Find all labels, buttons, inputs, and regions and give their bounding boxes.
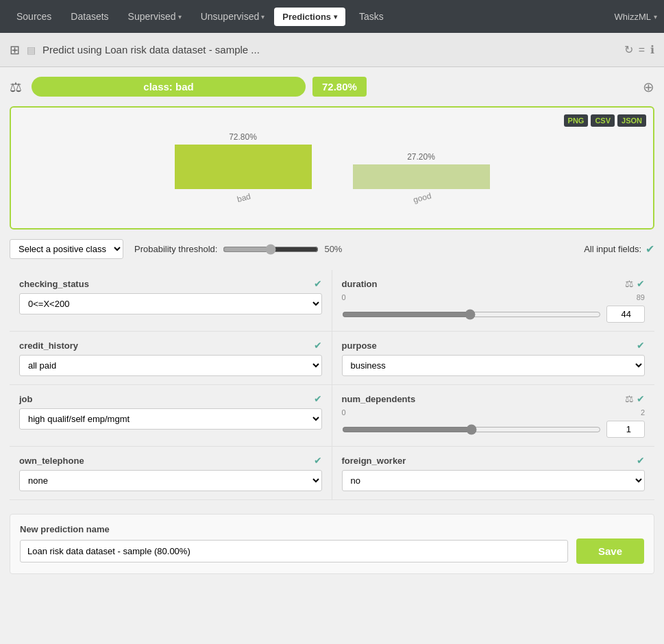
refresh-icon[interactable]: ↻ [624,43,633,56]
threshold-value: 50% [324,244,342,254]
duration-min-max: 0 89 [342,293,645,301]
purpose-header: purpose ✔ [342,340,645,351]
top-navigation: Sources Datasets Supervised▾ Unsupervise… [0,0,664,33]
purpose-check-icon[interactable]: ✔ [637,340,645,351]
duration-number-input[interactable] [606,306,645,323]
probability-threshold-label: Probability threshold: [134,244,217,254]
duration-balance-icon[interactable]: ⚖ [625,278,634,289]
num-dependents-slider[interactable] [342,424,602,435]
nav-datasets[interactable]: Datasets [61,11,118,22]
purpose-icons: ✔ [637,340,645,351]
page-title: Predict using Loan risk data dataset - s… [42,44,624,55]
job-header: job ✔ [19,393,322,404]
doc-icon: ▤ [27,45,36,55]
bar-bad: 72.80% bad [175,132,312,203]
foreign-worker-check-icon[interactable]: ✔ [637,455,645,466]
nav-whizzml[interactable]: WhizzML ▾ [615,12,657,22]
duration-icons: ⚖ ✔ [625,278,645,289]
info-icon[interactable]: ℹ [650,43,654,56]
own-telephone-label: own_telephone [19,456,84,466]
foreign-worker-label: foreign_worker [342,456,406,466]
duration-slider[interactable] [342,309,602,320]
main-content: ⚖ class: bad 72.80% ⊕ PNG CSV JSON 72.80… [0,67,664,584]
duration-label: duration [342,279,378,289]
num-dependents-min-max: 0 2 [342,408,645,417]
own-telephone-select[interactable]: none yes [19,470,322,491]
expand-button[interactable]: ⊕ [643,79,654,95]
purpose-label: purpose [342,340,377,351]
num-dependents-slider-field: 0 2 [342,408,645,438]
supervised-arrow-icon: ▾ [178,13,182,21]
bar-good-value: 27.20% [407,152,435,162]
checking-status-icons: ✔ [314,278,322,289]
credit-history-select[interactable]: all paid critical/other existing credit … [19,355,322,376]
purpose-select[interactable]: business car domestic appliance educatio… [342,355,645,376]
nav-supervised[interactable]: Supervised▾ [119,11,191,22]
num-dependents-header: num_dependents ⚖ ✔ [342,393,645,404]
bar-good-rect [353,164,490,189]
field-num-dependents: num_dependents ⚖ ✔ 0 2 [332,385,655,447]
breadcrumb-bar: ⊞ ▤ Predict using Loan risk data dataset… [0,33,664,67]
controls-row: Select a positive class bad good Probabi… [10,239,654,259]
nav-tasks[interactable]: Tasks [349,11,393,22]
nav-sources[interactable]: Sources [7,11,61,22]
all-input-fields-label: All input fields: [584,244,641,254]
foreign-worker-icons: ✔ [637,455,645,466]
num-dependents-check-icon[interactable]: ✔ [637,393,645,404]
nav-predictions[interactable]: Predictions▾ [274,8,345,26]
bar-bad-rect [175,145,312,189]
bar-bad-value: 72.80% [229,132,257,142]
export-png-button[interactable]: PNG [564,114,589,127]
foreign-worker-select[interactable]: no yes [342,470,645,491]
own-telephone-header: own_telephone ✔ [19,455,322,466]
credit-history-check-icon[interactable]: ✔ [314,340,322,351]
credit-history-label: credit_history [19,340,78,351]
field-job: job ✔ high qualif/self emp/mgmt skilled … [10,385,332,447]
unsupervised-arrow-icon: ▾ [261,13,265,21]
all-input-fields-check-icon[interactable]: ✔ [645,243,654,256]
num-dependents-slider-row [342,421,645,438]
duration-header: duration ⚖ ✔ [342,278,645,289]
own-telephone-check-icon[interactable]: ✔ [314,455,322,466]
checking-status-check-icon[interactable]: ✔ [314,278,322,289]
bottom-section: New prediction name Save [10,514,654,574]
chart-container: 72.80% bad 27.20% good [25,119,639,210]
num-dependents-label: num_dependents [342,394,416,404]
export-json-button[interactable]: JSON [617,114,646,127]
duration-check-icon[interactable]: ✔ [637,278,645,289]
duration-max: 89 [637,293,645,301]
num-dependents-number-input[interactable] [606,421,645,438]
positive-class-select[interactable]: Select a positive class bad good [10,239,123,259]
duration-min: 0 [342,293,346,301]
export-csv-button[interactable]: CSV [591,114,615,127]
whizzml-arrow-icon: ▾ [654,13,657,21]
positive-class-selector: Select a positive class bad good [10,239,123,259]
job-select[interactable]: high qualif/self emp/mgmt skilled unskil… [19,408,322,430]
prediction-name-input[interactable] [20,540,568,562]
balance-icon: ⚖ [10,79,22,95]
job-label: job [19,394,33,404]
field-credit-history: credit_history ✔ all paid critical/other… [10,332,332,385]
job-check-icon[interactable]: ✔ [314,393,322,404]
nav-unsupervised[interactable]: Unsupervised▾ [191,11,275,22]
num-dependents-balance-icon[interactable]: ⚖ [625,393,634,404]
class-label: class: bad [32,77,306,97]
save-button[interactable]: Save [576,538,644,564]
field-foreign-worker: foreign_worker ✔ no yes [332,447,655,500]
field-checking-status: checking_status ✔ 0<=X<200 <0 >=200 no c… [10,270,332,332]
checking-status-label: checking_status [19,279,89,289]
formula-icon[interactable]: = [639,44,645,56]
num-dependents-max: 2 [641,408,645,417]
checking-status-header: checking_status ✔ [19,278,322,289]
breadcrumb-actions: ↻ = ℹ [624,43,654,56]
field-purpose: purpose ✔ business car domestic applianc… [332,332,655,385]
num-dependents-icons: ⚖ ✔ [625,393,645,404]
prediction-name-label: New prediction name [20,524,644,534]
field-own-telephone: own_telephone ✔ none yes [10,447,332,500]
threshold-slider[interactable] [223,244,319,255]
bottom-row: Save [20,538,644,564]
model-icon: ⊞ [10,42,20,58]
checking-status-select[interactable]: 0<=X<200 <0 >=200 no checking [19,293,322,314]
own-telephone-icons: ✔ [314,455,322,466]
duration-slider-field: 0 89 [342,293,645,323]
